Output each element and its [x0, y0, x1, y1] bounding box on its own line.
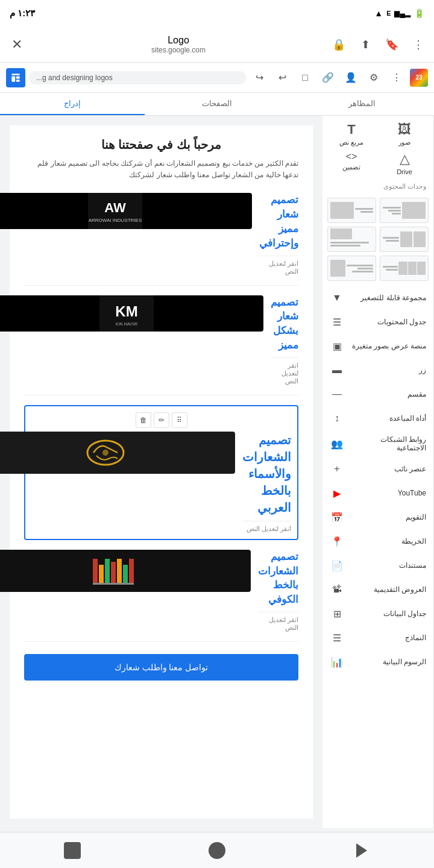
sidebar-item-calendar[interactable]: التقويم 📅 [322, 505, 433, 529]
welcome-subtitle: تقدم الكثير من خدمات بيع وتصميم الشعارات… [24, 158, 298, 181]
editor-toolbar: 23 ⋮ ⚙ 👤 🔗 □ ↩ ↪ ...g and designing logo… [0, 63, 434, 93]
service-edit-4[interactable]: انقر لتعديل النص [258, 616, 298, 632]
float-move-icon[interactable]: ⠿ [172, 412, 187, 428]
status-bar: 🔋 ▂▄▆ E ▲ ١:٢٣ م [0, 0, 434, 27]
forward-button[interactable] [347, 835, 377, 866]
layout-thumb-4[interactable] [327, 227, 376, 252]
tab-themes[interactable]: المظاهر [289, 93, 434, 115]
undo-button[interactable]: ↩ [272, 68, 292, 87]
home-button[interactable] [202, 835, 232, 866]
status-icons: 🔋 ▂▄▆ E ▲ [374, 8, 424, 18]
social-icon: 👥 [330, 436, 344, 451]
carousel-icon: ▣ [330, 339, 344, 353]
insert-sidebar: 🖼 صور T مربع نص △ Drive <> تضمين وحدات ا… [322, 116, 434, 828]
sidebar-item-slides[interactable]: العروض التقديمية 📽 [322, 577, 433, 602]
youtube-icon: ▶ [330, 486, 344, 500]
signal-icon: ▂▄▆ [394, 9, 410, 17]
svg-rect-14 [93, 559, 98, 583]
contact-button[interactable]: تواصل معنا واطلب شعارك [24, 654, 298, 681]
lock-icon[interactable]: 🔒 [330, 36, 347, 53]
sidebar-item-spacer[interactable]: أداة المباعدة ↕ [322, 406, 433, 430]
sidebar-item-forms[interactable]: النماذج ☰ [322, 626, 433, 650]
welcome-title: مرحباً بك في صفحتنا هنا [24, 137, 298, 152]
calendar-icon: 📅 [330, 510, 344, 524]
charts-icon: 📊 [330, 655, 344, 669]
svg-text:KM: KM [115, 303, 137, 319]
float-delete-icon[interactable]: 🗑 [136, 412, 151, 428]
placeholder-icon: + [330, 462, 344, 476]
sidebar-item-charts[interactable]: الرسوم البيانية 📊 [322, 650, 433, 674]
service-card-4: تصميم الشعارات بالخط الكوفي انقر لتعديل … [24, 550, 298, 642]
redo-button[interactable]: ↪ [250, 68, 269, 87]
tab-insert[interactable]: إدراج [0, 93, 145, 115]
layout-thumb-5[interactable] [380, 256, 429, 281]
service-info-2: تصميم شعار بشكل مميز انقر لتعديل النص [271, 295, 298, 385]
layout-thumb-6[interactable] [327, 256, 376, 281]
service-info-3: تصميم الشعارات والأسماء بالخط العربي انق… [242, 432, 291, 533]
layout-thumb-3[interactable] [380, 227, 429, 252]
browser-left-icons: ⋮ 🔖 ⬆ 🔒 [330, 36, 427, 53]
sidebar-menu: مجموعة قابلة للتصغير ▼ جدول المحتويات ☰ … [322, 286, 433, 674]
collapsible-icon: ▼ [330, 291, 344, 305]
svg-point-12 [102, 450, 108, 456]
share-icon[interactable]: ⬆ [357, 36, 374, 53]
sidebar-item-button[interactable]: زر ▬ [322, 358, 433, 382]
sidebar-item-collapsible[interactable]: مجموعة قابلة للتصغير ▼ [322, 286, 433, 310]
sidebar-item-images[interactable]: 🖼 صور [380, 122, 429, 146]
layout-thumb-2[interactable] [327, 198, 376, 223]
service-edit-2[interactable]: انقر لتعديل النص [271, 362, 298, 385]
service-card-3-selected: ⠿ ✏ 🗑 تصميم الشعارات والأسماء بالخط العر… [24, 405, 298, 540]
search-box[interactable]: ...g and designing logos [29, 71, 246, 84]
service-edit-1[interactable]: انقر لتعديل النص [259, 260, 298, 275]
service-card-3: تصميم الشعارات والأسماء بالخط العربي انق… [31, 432, 291, 533]
service-logo-2: KM KIN HAVIIR [0, 295, 263, 332]
service-edit-3[interactable]: انقر لتعديل النص [242, 525, 291, 533]
svg-rect-21 [93, 583, 134, 585]
panel-tabs: المظاهر الصفحات إدراج [0, 93, 434, 116]
sidebar-item-map[interactable]: الخريطة 📍 [322, 529, 433, 553]
sidebar-item-social[interactable]: روابط الشبكات الاجتماعية 👥 [322, 430, 433, 457]
sidebar-item-toc[interactable]: جدول المحتويات ☰ [322, 310, 433, 334]
svg-rect-16 [105, 559, 110, 583]
bookmark-icon[interactable]: 🔖 [383, 36, 400, 53]
back-button[interactable] [57, 835, 87, 866]
main-layout: 🖼 صور T مربع نص △ Drive <> تضمين وحدات ا… [0, 116, 434, 828]
section-header-content: وحدات المحتوى [322, 178, 433, 193]
service-info-4: تصميم الشعارات بالخط الكوفي انقر لتعديل … [258, 550, 298, 632]
sidebar-item-divider[interactable]: مقسم — [322, 382, 433, 406]
service-logo-3 [0, 432, 235, 474]
more-menu-button[interactable]: ⋮ [387, 68, 406, 87]
layout-thumb-1[interactable] [380, 198, 429, 223]
settings-button[interactable]: ⚙ [364, 68, 383, 87]
service-card-2: تصميم شعار بشكل مميز انقر لتعديل النص KM… [24, 295, 298, 395]
add-person-button[interactable]: 👤 [341, 68, 360, 87]
battery-icon: 🔋 [414, 8, 424, 18]
divider-icon: — [330, 387, 344, 401]
sidebar-item-docs[interactable]: مستندات 📄 [322, 553, 433, 577]
svg-rect-1 [11, 76, 15, 81]
page-card: مرحباً بك في صفحتنا هنا تقدم الكثير من خ… [10, 125, 313, 819]
sidebar-item-sheets[interactable]: جداول البيانات ⊞ [322, 602, 433, 626]
browser-title-area: Logo sites.google.com [34, 35, 323, 54]
app-logo: 23 [410, 69, 428, 87]
sidebar-item-drive[interactable]: △ Drive [380, 151, 429, 175]
sidebar-item-text[interactable]: T مربع نص [327, 122, 376, 146]
sidebar-item-embed[interactable]: <> تضمين [327, 151, 376, 175]
svg-rect-3 [16, 80, 20, 81]
svg-rect-15 [99, 565, 104, 583]
sites-icon [6, 68, 25, 87]
sidebar-item-carousel[interactable]: منصة عرض بصور متغيرة ▣ [322, 334, 433, 358]
preview-button[interactable]: □ [295, 68, 315, 87]
service-title-4: تصميم الشعارات بالخط الكوفي [258, 550, 298, 607]
service-card-1: تصميم شعار مميز وإحترافي انقر لتعديل الن… [24, 193, 298, 285]
sidebar-item-youtube[interactable]: YouTube ▶ [322, 481, 433, 505]
docs-icon: 📄 [330, 558, 344, 573]
layout-thumbnails [322, 193, 433, 286]
close-button[interactable]: ✕ [7, 35, 27, 54]
link-button[interactable]: 🔗 [318, 68, 338, 87]
status-time: ١:٢٣ م [10, 8, 35, 19]
sidebar-item-placeholder[interactable]: عنصر نائب + [322, 457, 433, 481]
float-edit-icon[interactable]: ✏ [154, 412, 169, 428]
tab-pages[interactable]: الصفحات [145, 93, 289, 115]
more-options-icon[interactable]: ⋮ [410, 36, 427, 53]
